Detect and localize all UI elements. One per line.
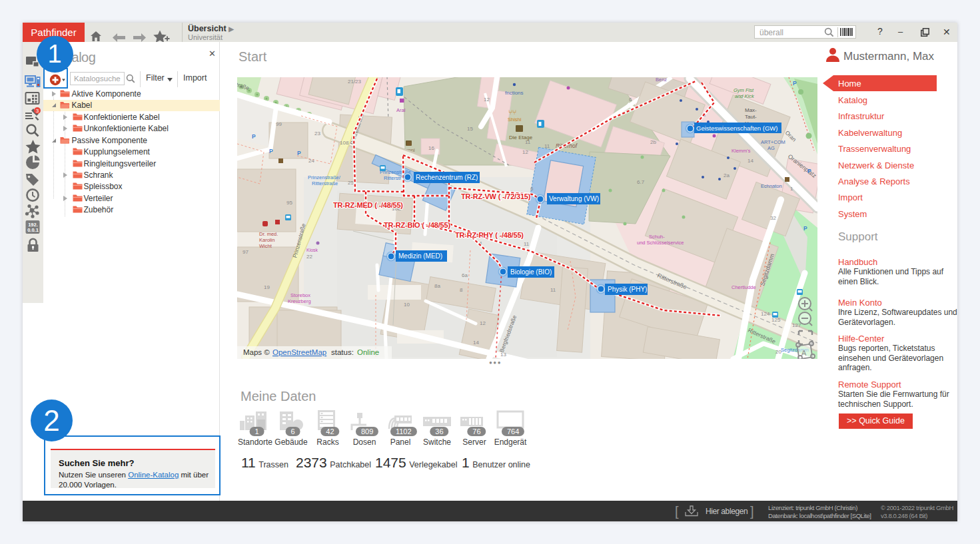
svg-text:status:: status: (331, 348, 354, 356)
svg-text:23: 23 (314, 131, 320, 136)
svg-text:6: 6 (530, 186, 534, 192)
svg-text:19: 19 (264, 284, 270, 290)
svg-text:1: 1 (790, 186, 793, 192)
svg-text:32: 32 (770, 215, 776, 221)
svg-text:2a: 2a (724, 172, 730, 178)
svg-text:Benz: Benz (656, 77, 667, 83)
svg-text:P: P (252, 133, 256, 140)
svg-text:Taut-: Taut- (745, 114, 757, 120)
svg-text:Schuh-: Schuh- (649, 234, 665, 240)
svg-text:A: A (801, 349, 807, 357)
svg-text:11: 11 (525, 139, 531, 145)
svg-text:fnctions: fnctions (505, 90, 524, 96)
svg-text:TR-RZ-MED ( -/48/55): TR-RZ-MED ( -/48/55) (333, 201, 403, 209)
svg-text:Aral: Aral (396, 107, 406, 113)
svg-text:6.7: 6.7 (637, 179, 645, 185)
svg-text:Ritterstraße: Ritterstraße (312, 180, 338, 186)
svg-text:12: 12 (484, 97, 490, 103)
svg-text:22: 22 (306, 254, 312, 260)
svg-text:Biologie (BIO): Biologie (BIO) (510, 268, 552, 276)
svg-text:0.0.1: 0.0.1 (27, 227, 39, 233)
svg-text:Geisteswissenschaften (GW): Geisteswissenschaften (GW) (696, 125, 777, 132)
svg-text:und Schlüsselservice: und Schlüsselservice (637, 240, 684, 246)
svg-text:Verwaltung (VW): Verwaltung (VW) (549, 195, 599, 202)
svg-text:Klemm's: Klemm's (732, 148, 751, 154)
svg-text:TR-RZ-VW ( -/72/315): TR-RZ-VW ( -/72/315) (461, 192, 531, 200)
svg-text:OpenStreetMap: OpenStreetMap (272, 348, 326, 356)
svg-text:Echnaton: Echnaton (761, 183, 782, 189)
svg-text:97: 97 (243, 249, 248, 255)
svg-text:Gym Fist: Gym Fist (734, 87, 754, 93)
svg-text:Karolin: Karolin (259, 237, 274, 243)
svg-text:125: 125 (771, 317, 781, 323)
svg-text:Physik (PHY): Physik (PHY) (608, 286, 647, 293)
svg-text:16: 16 (428, 145, 434, 151)
svg-text:TR-RZ-BIO ( -/48/55): TR-RZ-BIO ( -/48/55) (384, 221, 450, 229)
svg-text:Kiosk: Kiosk (306, 248, 318, 252)
svg-text:Online: Online (357, 348, 379, 356)
svg-text:124: 124 (761, 311, 770, 317)
svg-text:P: P (793, 80, 797, 87)
svg-text:12: 12 (480, 320, 486, 326)
svg-text:14: 14 (473, 340, 479, 346)
svg-text:13: 13 (500, 352, 506, 358)
svg-text:11: 11 (550, 287, 556, 293)
svg-text:ART+COM: ART+COM (761, 139, 785, 145)
svg-text:Kreuzberg: Kreuzberg (288, 298, 311, 304)
svg-text:3: 3 (36, 108, 39, 114)
svg-text:P: P (297, 150, 301, 156)
svg-text:127: 127 (792, 322, 801, 328)
svg-text:8: 8 (460, 287, 463, 293)
svg-text:108: 108 (340, 140, 349, 146)
svg-text:11: 11 (524, 241, 530, 247)
svg-text:Maps ©: Maps © (243, 348, 270, 356)
svg-text:12: 12 (522, 149, 528, 155)
svg-text:TR-RZ-PHY ( -/48/55): TR-RZ-PHY ( -/48/55) (455, 231, 524, 239)
svg-text:10: 10 (404, 302, 410, 308)
svg-text:Prinzenstraße/: Prinzenstraße/ (308, 174, 341, 180)
svg-text:Ritterstr: Ritterstr (384, 175, 402, 181)
svg-text:99: 99 (276, 121, 282, 127)
svg-text:25: 25 (348, 180, 354, 186)
svg-text:AG: AG (767, 145, 775, 151)
svg-text:Wicht: Wicht (259, 243, 272, 249)
svg-text:15: 15 (467, 126, 473, 132)
svg-text:⑂⑂: ⑂⑂ (508, 109, 516, 116)
svg-text:and Kick: and Kick (735, 93, 755, 99)
svg-text:Max-: Max- (745, 107, 757, 113)
svg-text:P: P (803, 225, 807, 232)
svg-text:95: 95 (286, 200, 292, 206)
svg-text:2b: 2b (650, 139, 656, 145)
svg-text:Chertludde: Chertludde (732, 284, 756, 290)
svg-text:Medizin (MED): Medizin (MED) (398, 252, 442, 260)
svg-text:6a: 6a (462, 272, 468, 278)
svg-text:Rechenzentrum (RZ): Rechenzentrum (RZ) (416, 174, 478, 181)
svg-text:8a: 8a (434, 283, 440, 289)
svg-text:P: P (269, 148, 273, 154)
svg-text:Dr. med.: Dr. med. (259, 231, 278, 237)
svg-text:P: P (807, 168, 811, 174)
svg-text:11: 11 (544, 143, 550, 149)
svg-text:14: 14 (747, 158, 753, 164)
svg-text:Storebox: Storebox (290, 292, 310, 298)
svg-text:Shishi: Shishi (508, 117, 522, 123)
svg-text:21/23: 21/23 (348, 79, 362, 85)
svg-text:6: 6 (629, 97, 632, 103)
